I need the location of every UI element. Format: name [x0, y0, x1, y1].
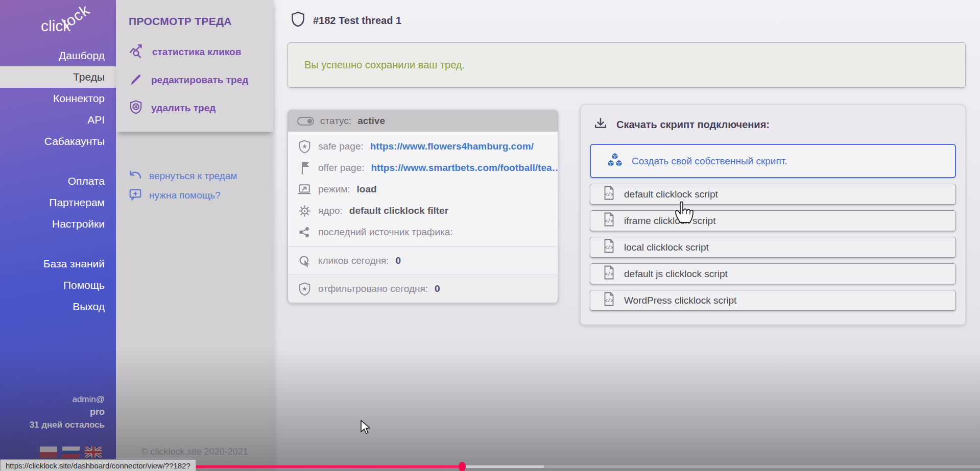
flag-icon [297, 161, 312, 175]
sidebar-item-help[interactable]: Помощь [0, 275, 116, 296]
row-safe-page: safe page: https://www.flowers4hamburg.c… [288, 136, 558, 157]
shield-x-icon [129, 100, 143, 117]
toggle-icon [297, 117, 314, 126]
account-plan: pro [30, 406, 105, 418]
pencil-icon [129, 72, 143, 89]
success-alert-text: Вы успешно сохранили ваш тред. [304, 59, 465, 71]
script-button-default[interactable]: </> default clicklock script [590, 184, 956, 205]
sidebar-item-partners[interactable]: Партнерам [0, 192, 116, 213]
code-file-icon: </> [603, 212, 615, 230]
status-card: статус: active safe page: https://www.fl… [288, 110, 558, 303]
cubes-icon [606, 152, 624, 170]
script-button-iframe[interactable]: </> iframe clicklock script [590, 210, 956, 231]
gear-icon [297, 205, 312, 217]
language-switcher [40, 447, 102, 458]
script-button-label: default js clicklock script [624, 268, 728, 280]
mode-value: load [357, 184, 377, 195]
status-card-header: статус: active [288, 110, 558, 132]
create-own-script-label: Создать свой собственный скрипт. [632, 156, 787, 167]
laptop-arrow-icon [297, 183, 312, 195]
download-panel-header: Скачать скрипт подключения: [590, 117, 956, 132]
script-button-label: local clicklock script [624, 242, 709, 253]
sidebar: clicklock Дашборд Треды Коннектор API Са… [0, 0, 116, 471]
row-label: offer page: [318, 162, 365, 173]
main-content: #182 Test thread 1 Вы успешно сохранили … [273, 0, 980, 471]
thread-panel: ПРОСМОТР ТРЕДА статистика кликов редакти… [116, 0, 273, 471]
row-label: ядро: [318, 205, 343, 216]
offer-page-link[interactable]: https://www.smartbets.com/football/tea… [371, 162, 558, 173]
row-offer-page: offer page: https://www.smartbets.com/fo… [288, 157, 558, 179]
row-mode: режим: load [288, 179, 558, 200]
browser-status-url: https://clicklock.site/dashboard/connect… [0, 459, 196, 471]
sidebar-item-dashboard[interactable]: Дашборд [0, 45, 116, 66]
sidebar-item-connector[interactable]: Коннектор [0, 88, 116, 109]
row-label: safe page: [318, 141, 364, 152]
script-button-wordpress[interactable]: </> WordPress clicklock script [590, 290, 956, 311]
script-button-label: default clicklock script [624, 189, 718, 200]
stat-label: кликов сегодня: [318, 255, 389, 266]
row-label: режим: [318, 184, 350, 195]
status-value: active [357, 115, 385, 127]
action-label: удалить тред [151, 103, 216, 114]
row-core: ядро: default clicklock filter [288, 200, 558, 221]
stat-label: отфильтровано сегодня: [318, 283, 428, 294]
thread-panel-title: ПРОСМОТР ТРЕДА [129, 15, 232, 28]
script-button-default-js[interactable]: </> default js clicklock script [590, 263, 956, 284]
page-header: #182 Test thread 1 [291, 11, 401, 30]
code-file-icon: </> [603, 185, 615, 203]
link-need-help[interactable]: нужна помощь? [129, 188, 221, 203]
row-filtered-today: отфильтровано сегодня: 0 [288, 275, 558, 303]
account-email: admin@ [30, 393, 105, 406]
stats-icon [129, 44, 144, 61]
poland-flag-icon[interactable] [40, 447, 57, 458]
action-click-stats[interactable]: статистика кликов [129, 43, 241, 61]
share-icon [297, 226, 312, 238]
sidebar-item-knowledge-base[interactable]: База знаний [0, 253, 116, 275]
sidebar-item-threads[interactable]: Треды [0, 66, 116, 88]
account-info: admin@ pro 31 дней осталось [30, 393, 105, 431]
sidebar-item-payment[interactable]: Оплата [0, 170, 116, 192]
action-edit-thread[interactable]: редактировать тред [129, 71, 248, 89]
sidebar-item-subaccounts[interactable]: Сабакаунты [0, 131, 116, 152]
download-panel-title: Скачать скрипт подключения: [616, 119, 770, 131]
script-button-label: WordPress clicklock script [624, 295, 736, 306]
svg-text:</>: </> [605, 299, 613, 304]
help-message-icon [129, 188, 142, 203]
clicklock-logo: clicklock [41, 17, 100, 35]
shield-star-icon [297, 140, 312, 154]
russia-flag-icon[interactable] [62, 447, 80, 458]
row-label: последний источник трафика: [318, 227, 453, 238]
clicks-today-value: 0 [396, 255, 401, 266]
row-clicks-today: кликов сегодня: 0 [288, 246, 558, 275]
action-delete-thread[interactable]: удалить тред [129, 99, 216, 117]
code-file-icon: </> [603, 291, 615, 309]
undo-icon [129, 169, 142, 183]
video-scrubber-handle[interactable] [459, 462, 466, 471]
svg-text:</>: </> [605, 245, 613, 251]
shield-icon [291, 11, 305, 30]
success-alert: Вы успешно сохранили ваш тред. [288, 42, 966, 88]
svg-text:</>: </> [605, 192, 613, 197]
svg-text:</>: </> [605, 272, 613, 277]
sidebar-item-api[interactable]: API [0, 109, 116, 131]
create-own-script-button[interactable]: Создать свой собственный скрипт. [590, 144, 956, 178]
shield-star-icon [297, 282, 312, 296]
sidebar-item-logout[interactable]: Выход [0, 296, 116, 317]
script-button-label: iframe clicklock script [624, 215, 715, 227]
safe-page-link[interactable]: https://www.flowers4hamburg.com/ [370, 141, 534, 152]
link-label: нужна помощь? [149, 190, 221, 201]
status-card-body: safe page: https://www.flowers4hamburg.c… [288, 132, 558, 246]
click-icon [297, 254, 312, 267]
download-icon [594, 117, 607, 133]
code-file-icon: </> [603, 265, 615, 283]
sidebar-nav: Дашборд Треды Коннектор API Сабакаунты О… [0, 45, 116, 317]
uk-flag-icon[interactable] [85, 447, 102, 458]
account-days-left: 31 дней осталось [30, 418, 105, 431]
svg-text:</>: </> [605, 219, 613, 224]
link-label: вернуться к тредам [149, 170, 237, 182]
sidebar-item-settings[interactable]: Настройки [0, 213, 116, 235]
link-back-to-threads[interactable]: вернуться к тредам [129, 168, 237, 184]
status-label: статус: [320, 115, 351, 127]
script-button-local[interactable]: </> local clicklock script [590, 237, 956, 258]
core-value: default clicklock filter [349, 205, 448, 216]
